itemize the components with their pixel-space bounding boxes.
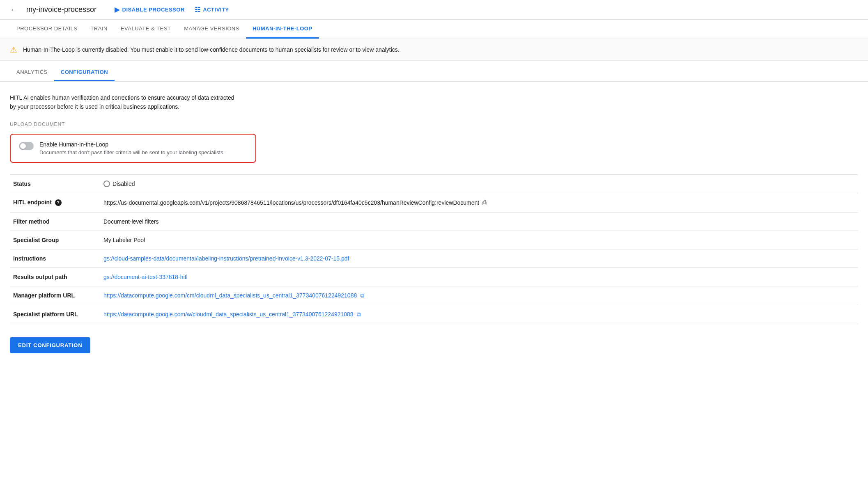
table-row: HITL endpoint ? https://us-documentai.go… [10,193,858,212]
activity-button[interactable]: ☷ ACTIVITY [195,6,229,14]
warning-text: Human-In-The-Loop is currently disabled.… [23,46,400,53]
edit-configuration-button[interactable]: EDIT CONFIGURATION [10,337,90,353]
disable-processor-button[interactable]: ▶ DISABLE PROCESSOR [115,6,185,14]
sub-tab-configuration[interactable]: CONFIGURATION [54,64,115,81]
endpoint-url: https://us-documentai.googleapis.com/v1/… [103,199,479,206]
header-actions: ▶ DISABLE PROCESSOR ☷ ACTIVITY [115,6,229,14]
row-value-specialist-url: https://datacompute.google.com/w/cloudml… [100,305,858,324]
row-key-endpoint: HITL endpoint ? [10,193,100,212]
row-key-manager-url: Manager platform URL [10,286,100,305]
info-table: Status Disabled HITL endpoint ? https://… [10,174,858,324]
status-text: Disabled [113,181,135,187]
tab-manage-versions[interactable]: MANAGE VERSIONS [177,20,246,39]
row-key-instructions: Instructions [10,249,100,268]
page-title: my-invoice-processor [26,5,96,14]
toggle-label-group: Enable Human-in-the-Loop Documents that … [39,141,225,155]
external-link-icon: ⧉ [360,292,364,299]
toggle-thumb [20,143,26,149]
activity-icon: ☷ [195,6,201,14]
table-row: Results output path gs://document-ai-tes… [10,268,858,286]
row-key-filter: Filter method [10,212,100,231]
instructions-link[interactable]: gs://cloud-samples-data/documentai/label… [103,255,349,262]
main-content: HITL AI enables human verification and c… [0,82,868,365]
toggle-sublabel: Documents that don't pass filter criteri… [39,149,225,155]
row-key-specialist-url: Specialist platform URL [10,305,100,324]
specialist-url-link[interactable]: https://datacompute.google.com/w/cloudml… [103,311,354,318]
warning-banner: ⚠ Human-In-The-Loop is currently disable… [0,39,868,61]
row-value-status: Disabled [100,174,858,193]
table-row: Manager platform URL https://datacompute… [10,286,858,305]
table-row: Specialist Group My Labeler Pool [10,231,858,249]
disable-icon: ▶ [115,6,120,14]
tab-processor-details[interactable]: PROCESSOR DETAILS [10,20,84,39]
manager-url-link[interactable]: https://datacompute.google.com/cm/cloudm… [103,292,357,299]
output-path-link[interactable]: gs://document-ai-test-337818-hitl [103,274,188,280]
copy-icon[interactable]: ⎙ [482,199,487,206]
row-value-output-path: gs://document-ai-test-337818-hitl [100,268,858,286]
tab-train[interactable]: TRAIN [84,20,114,39]
header: ← my-invoice-processor ▶ DISABLE PROCESS… [0,0,868,20]
row-key-specialist-group: Specialist Group [10,231,100,249]
table-row: Status Disabled [10,174,858,193]
row-value-manager-url: https://datacompute.google.com/cm/cloudm… [100,286,858,305]
row-value-specialist-group: My Labeler Pool [100,231,858,249]
toggle-label: Enable Human-in-the-Loop [39,141,225,148]
row-value-endpoint: https://us-documentai.googleapis.com/v1/… [100,193,858,212]
nav-tabs: PROCESSOR DETAILS TRAIN EVALUATE & TEST … [0,20,868,39]
description: HITL AI enables human verification and c… [10,93,858,112]
row-key-status: Status [10,174,100,193]
sub-tabs: ANALYTICS CONFIGURATION [0,64,868,82]
external-link-icon-2: ⧉ [357,311,361,318]
help-icon[interactable]: ? [55,199,62,206]
warning-icon: ⚠ [10,45,17,55]
table-row: Instructions gs://cloud-samples-data/doc… [10,249,858,268]
table-row: Filter method Document-level filters [10,212,858,231]
toggle-card: Enable Human-in-the-Loop Documents that … [10,134,256,163]
row-value-filter: Document-level filters [100,212,858,231]
table-row: Specialist platform URL https://datacomp… [10,305,858,324]
enable-hitl-toggle[interactable] [19,142,34,150]
upload-document-label: UPLOAD DOCUMENT [10,121,858,127]
row-key-output-path: Results output path [10,268,100,286]
tab-human-in-the-loop[interactable]: HUMAN-IN-THE-LOOP [246,20,319,39]
sub-tab-analytics[interactable]: ANALYTICS [10,64,54,81]
status-dot [103,181,110,187]
tab-evaluate-test[interactable]: EVALUATE & TEST [114,20,177,39]
row-value-instructions: gs://cloud-samples-data/documentai/label… [100,249,858,268]
back-button[interactable]: ← [10,5,18,14]
